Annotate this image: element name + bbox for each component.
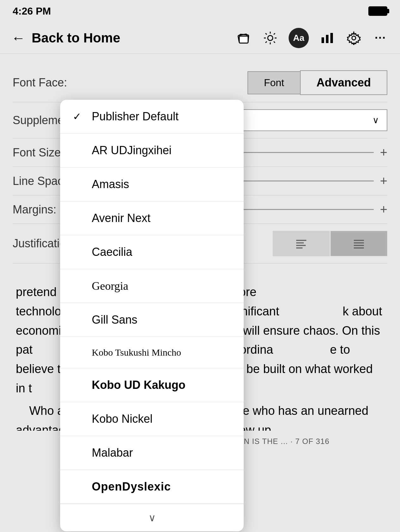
svg-line-9	[274, 41, 275, 43]
font-item-label: Gill Sans	[92, 313, 137, 326]
more-icon[interactable]: ···	[372, 30, 389, 46]
supplemental-dropdown[interactable]: ∨	[229, 109, 387, 131]
margins-plus[interactable]: +	[380, 202, 387, 217]
font-item-label: Georgia	[92, 279, 128, 293]
font-gill-sans[interactable]: Gill Sans	[60, 303, 244, 337]
svg-line-8	[266, 33, 267, 35]
nav-bar: ← Back to Home Aa	[0, 22, 400, 54]
font-ar-udjingxihei[interactable]: AR UDJingxihei	[60, 134, 244, 168]
font-face-dropdown: ✓ Publisher Default AR UDJingxihei Amasi…	[60, 100, 244, 531]
status-bar: 4:26 PM	[0, 0, 400, 22]
svg-rect-14	[330, 33, 333, 43]
svg-rect-2	[239, 36, 248, 43]
nav-left: ← Back to Home	[11, 30, 120, 46]
font-face-row: Font Face: Font Advanced	[13, 63, 387, 102]
margins-label: Margins:	[13, 203, 56, 216]
check-icon: ✓	[73, 111, 85, 123]
battery-icon	[368, 6, 387, 16]
font-item-label: Caecilia	[92, 245, 132, 259]
advanced-label: Advanced	[316, 76, 371, 89]
svg-line-10	[274, 33, 275, 35]
dropdown-footer: ∨	[60, 504, 244, 531]
nav-right: Aa ···	[235, 28, 389, 48]
svg-rect-12	[322, 37, 324, 43]
font-amasis[interactable]: Amasis	[60, 168, 244, 201]
font-caecilia[interactable]: Caecilia	[60, 235, 244, 269]
font-avenir-next[interactable]: Avenir Next	[60, 201, 244, 235]
font-georgia[interactable]: Georgia	[60, 269, 244, 303]
status-right	[368, 6, 387, 16]
font-face-label: Font Face:	[13, 76, 67, 89]
font-kobo-nickel[interactable]: Kobo Nickel	[60, 402, 244, 436]
font-kobo-tsukushi-mincho[interactable]: Kobo Tsukushi Mincho	[60, 337, 244, 368]
aa-label: Aa	[293, 33, 304, 43]
font-publisher-default[interactable]: ✓ Publisher Default	[60, 100, 244, 134]
show-more-icon[interactable]: ∨	[148, 512, 156, 524]
font-item-label: Publisher Default	[92, 110, 178, 123]
font-kobo-ud-kakugo[interactable]: Kobo UD Kakugo	[60, 368, 244, 402]
status-time: 4:26 PM	[13, 5, 51, 17]
font-item-label: OpenDyslexic	[92, 480, 171, 493]
font-item-label: Amasis	[92, 178, 129, 191]
cards-icon[interactable]	[235, 30, 252, 46]
font-item-label: Malabar	[92, 446, 133, 459]
font-settings-icon[interactable]: Aa	[289, 28, 309, 48]
font-item-label: Kobo Tsukushi Mincho	[92, 347, 181, 358]
justify-left-btn[interactable]	[273, 231, 330, 256]
svg-point-15	[352, 36, 356, 40]
back-arrow-icon[interactable]: ←	[11, 30, 25, 46]
font-size-label: Font Size:	[13, 146, 64, 159]
font-item-label: Kobo UD Kakugo	[92, 378, 185, 392]
font-opendyslexic[interactable]: OpenDyslexic	[60, 470, 244, 504]
justification-options	[273, 231, 387, 256]
font-size-plus[interactable]: +	[380, 145, 387, 160]
nav-title[interactable]: Back to Home	[32, 30, 120, 46]
svg-line-11	[266, 41, 267, 43]
justify-full-btn[interactable]	[330, 231, 387, 256]
font-malabar[interactable]: Malabar	[60, 436, 244, 470]
chart-icon[interactable]	[319, 30, 335, 46]
font-item-label: AR UDJingxihei	[92, 144, 172, 157]
font-tab[interactable]: Font	[247, 71, 300, 94]
svg-rect-13	[326, 35, 328, 43]
chevron-down-icon: ∨	[372, 115, 379, 125]
main-content: Font Face: Font Advanced Supplementa ∨ F…	[0, 54, 400, 452]
brightness-icon[interactable]	[262, 30, 278, 46]
font-item-label: Avenir Next	[92, 212, 150, 225]
line-spacing-plus[interactable]: +	[380, 174, 387, 188]
gear-icon[interactable]	[346, 30, 362, 46]
font-item-label: Kobo Nickel	[92, 412, 153, 426]
advanced-tab[interactable]: Advanced	[300, 70, 387, 95]
svg-point-3	[268, 35, 273, 41]
